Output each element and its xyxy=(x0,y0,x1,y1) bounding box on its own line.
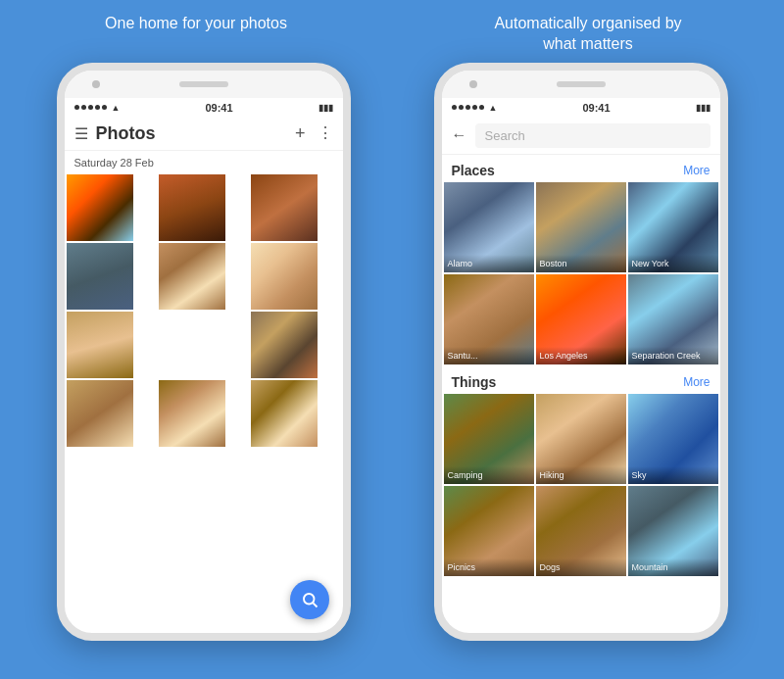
header-row: One home for your photos Automatically o… xyxy=(0,0,784,63)
status-bar-1: ▲ 09:41 ▮▮▮ xyxy=(65,98,343,118)
photo-group[interactable] xyxy=(159,380,225,447)
dot3b xyxy=(466,105,470,110)
places-title: Places xyxy=(452,163,495,178)
dot5 xyxy=(102,105,107,110)
category-boston[interactable]: Boston xyxy=(536,182,626,272)
status-right-2: ▮▮▮ xyxy=(696,103,710,113)
phone-1: ▲ 09:41 ▮▮▮ ☰ Photos + ⋮ Saturday 28 Feb xyxy=(57,63,351,641)
category-alamo[interactable]: Alamo xyxy=(444,182,534,272)
photo-kite[interactable] xyxy=(251,380,318,447)
photo-img-7 xyxy=(67,312,133,378)
speaker-1 xyxy=(179,81,228,87)
phone-top-2 xyxy=(442,71,720,98)
places-header: Places More xyxy=(442,155,720,182)
phone-screen-2: ← Search Places More Alamo Boston xyxy=(442,118,720,578)
phone-2: ▲ 09:41 ▮▮▮ ← Search Places More Alamo xyxy=(434,63,728,641)
phone-top-1 xyxy=(65,71,343,98)
photo-man[interactable] xyxy=(67,243,133,310)
status-right-1: ▮▮▮ xyxy=(318,103,333,113)
photo-img-1 xyxy=(67,174,133,241)
photo-outdoor[interactable] xyxy=(67,380,133,447)
dot2b xyxy=(459,105,464,110)
more-icon[interactable]: ⋮ xyxy=(318,123,333,144)
santu-label: Santu... xyxy=(444,347,534,364)
add-icon[interactable]: + xyxy=(295,123,306,144)
left-header: One home for your photos xyxy=(20,14,372,55)
camping-label: Camping xyxy=(444,466,534,484)
dot4 xyxy=(95,105,100,110)
search-fab[interactable] xyxy=(290,580,329,619)
sep-label: Separation Creek xyxy=(628,347,718,364)
photo-img-4 xyxy=(67,243,133,310)
photo-img-11 xyxy=(251,380,318,447)
photo-img-9 xyxy=(67,380,133,447)
category-santu[interactable]: Santu... xyxy=(444,274,534,364)
category-la[interactable]: Los Angeles xyxy=(536,274,626,364)
dot3 xyxy=(88,105,93,110)
status-time-1: 09:41 xyxy=(205,102,232,114)
search-input[interactable]: Search xyxy=(475,123,710,148)
photo-grid xyxy=(65,172,343,449)
category-camping[interactable]: Camping xyxy=(444,394,534,484)
dot4b xyxy=(472,105,477,110)
photo-img-5 xyxy=(159,243,225,310)
photo-img-2 xyxy=(159,174,225,241)
toolbar-actions: + ⋮ xyxy=(295,123,333,144)
category-sep[interactable]: Separation Creek xyxy=(628,274,718,364)
places-grid: Alamo Boston New York Santu... Los Angel… xyxy=(442,182,720,366)
dot1b xyxy=(452,105,457,110)
wifi-icon-2: ▲ xyxy=(489,103,498,113)
dot2 xyxy=(81,105,86,110)
boston-label: Boston xyxy=(536,255,626,272)
dot1 xyxy=(74,105,79,110)
category-dogs[interactable]: Dogs xyxy=(536,486,626,576)
category-hiking[interactable]: Hiking xyxy=(536,394,626,484)
date-label: Saturday 28 Feb xyxy=(65,151,343,172)
wifi-icon-1: ▲ xyxy=(112,103,121,113)
category-mountain[interactable]: Mountain xyxy=(628,486,718,576)
signal-dots-1: ▲ xyxy=(74,103,121,113)
things-grid: Camping Hiking Sky Picnics Dogs xyxy=(442,394,720,578)
dot5b xyxy=(479,105,484,110)
category-newyork[interactable]: New York xyxy=(628,182,718,272)
search-scroll: Places More Alamo Boston New York Santu.… xyxy=(442,155,720,578)
phones-row: ▲ 09:41 ▮▮▮ ☰ Photos + ⋮ Saturday 28 Feb xyxy=(0,63,784,641)
things-title: Things xyxy=(452,374,497,390)
photo-woman-wrap[interactable] xyxy=(67,312,133,378)
hamburger-icon[interactable]: ☰ xyxy=(74,124,88,143)
photo-couple[interactable] xyxy=(159,174,225,241)
dogs-label: Dogs xyxy=(536,558,626,576)
photos-title: Photos xyxy=(96,123,295,144)
photos-toolbar: ☰ Photos + ⋮ xyxy=(65,118,343,151)
photo-sunset[interactable] xyxy=(67,174,133,241)
svg-point-0 xyxy=(304,594,315,605)
phone-screen-1: ☰ Photos + ⋮ Saturday 28 Feb xyxy=(65,118,343,449)
battery-icon-2: ▮▮▮ xyxy=(696,103,710,113)
back-icon[interactable]: ← xyxy=(452,126,467,144)
camera-dot-1 xyxy=(92,80,100,88)
search-toolbar: ← Search xyxy=(442,118,720,155)
status-bar-2: ▲ 09:41 ▮▮▮ xyxy=(442,98,720,118)
photo-woman[interactable] xyxy=(251,174,318,241)
picnics-label: Picnics xyxy=(444,558,534,576)
status-time-2: 09:41 xyxy=(582,102,610,114)
photo-woman-field[interactable] xyxy=(159,243,225,310)
places-more[interactable]: More xyxy=(683,164,710,177)
speaker-2 xyxy=(557,81,606,87)
things-more[interactable]: More xyxy=(683,375,710,389)
sky-label: Sky xyxy=(628,466,718,484)
svg-line-1 xyxy=(313,603,317,606)
photo-img-8 xyxy=(251,312,318,378)
category-sky[interactable]: Sky xyxy=(628,394,718,484)
right-header: Automatically organised by what matters xyxy=(412,14,764,55)
la-label: Los Angeles xyxy=(536,347,626,364)
category-picnics[interactable]: Picnics xyxy=(444,486,534,576)
hiking-label: Hiking xyxy=(536,466,626,484)
photo-img-3 xyxy=(251,174,318,241)
alamo-label: Alamo xyxy=(444,255,534,272)
photo-people-field[interactable] xyxy=(251,312,318,378)
things-header: Things More xyxy=(442,366,720,394)
camera-dot-2 xyxy=(469,80,477,88)
photo-dog[interactable] xyxy=(251,243,318,310)
newyork-label: New York xyxy=(628,255,718,272)
